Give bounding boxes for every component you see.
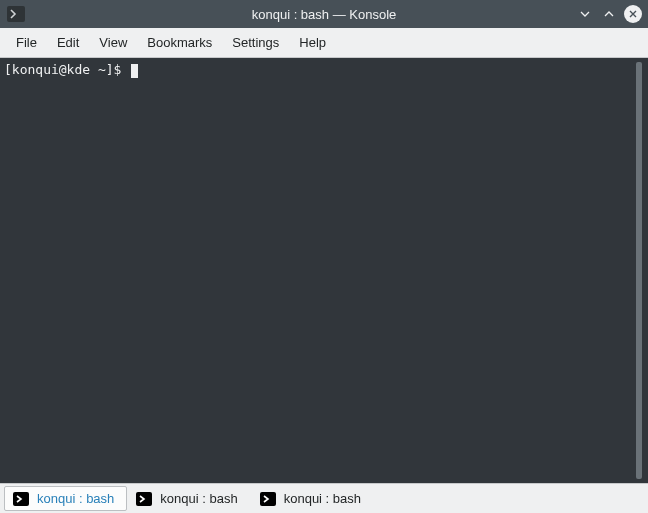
tab-label: konqui : bash	[37, 491, 114, 506]
scrollbar[interactable]	[636, 62, 642, 479]
close-icon	[627, 8, 639, 20]
app-icon	[4, 4, 28, 24]
menu-file[interactable]: File	[6, 31, 47, 54]
chevron-up-icon	[602, 7, 616, 21]
titlebar: konqui : bash — Konsole	[0, 0, 648, 28]
prompt-icon	[136, 491, 152, 507]
prompt-icon	[260, 491, 276, 507]
prompt-icon	[13, 491, 29, 507]
menubar: File Edit View Bookmarks Settings Help	[0, 28, 648, 58]
tab-2[interactable]: konqui : bash	[251, 486, 374, 511]
terminal-wrapper: [konqui@kde ~]$	[0, 58, 648, 483]
tabbar: konqui : bash konqui : bash konqui : bas…	[0, 483, 648, 513]
tab-1[interactable]: konqui : bash	[127, 486, 250, 511]
menu-edit[interactable]: Edit	[47, 31, 89, 54]
cursor	[131, 64, 138, 78]
menu-view[interactable]: View	[89, 31, 137, 54]
prompt-text: [konqui@kde ~]$	[4, 62, 129, 77]
tab-label: konqui : bash	[284, 491, 361, 506]
maximize-button[interactable]	[600, 5, 618, 23]
tab-0[interactable]: konqui : bash	[4, 486, 127, 511]
close-button[interactable]	[624, 5, 642, 23]
menu-help[interactable]: Help	[289, 31, 336, 54]
minimize-button[interactable]	[576, 5, 594, 23]
chevron-down-icon	[578, 7, 592, 21]
terminal-area[interactable]: [konqui@kde ~]$	[4, 62, 634, 479]
menu-bookmarks[interactable]: Bookmarks	[137, 31, 222, 54]
tab-label: konqui : bash	[160, 491, 237, 506]
menu-settings[interactable]: Settings	[222, 31, 289, 54]
window-controls	[576, 5, 648, 23]
window-title: konqui : bash — Konsole	[0, 7, 648, 22]
